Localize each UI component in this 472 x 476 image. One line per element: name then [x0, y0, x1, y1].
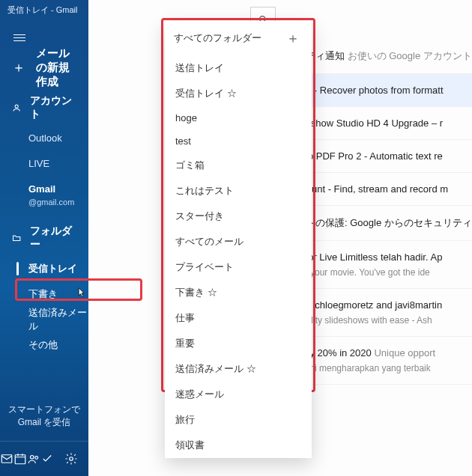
- todo-tab-button[interactable]: [40, 442, 54, 476]
- svg-rect-2: [15, 455, 25, 464]
- svg-rect-1: [1, 455, 12, 463]
- folder-popup-item[interactable]: プライベート: [165, 254, 312, 280]
- folder-popup-item[interactable]: ゴミ箱: [165, 153, 312, 178]
- folder-popup-item[interactable]: 下書き ☆: [165, 280, 312, 305]
- accounts-header-label: アカウント: [30, 94, 76, 121]
- folder-popup-item[interactable]: 受信トレイ ☆: [165, 81, 312, 106]
- account-name: LIVE: [28, 157, 76, 171]
- account-name: Outlook: [28, 132, 76, 145]
- folder-popup-item[interactable]: test: [165, 129, 312, 153]
- folder-popup-item[interactable]: 送信済みメール ☆: [165, 356, 312, 382]
- folder-popup-item[interactable]: これはテスト: [165, 178, 312, 204]
- folder-popup-item[interactable]: 領収書: [165, 433, 312, 458]
- account-sub: @gmail.com: [28, 197, 76, 208]
- svg-point-5: [70, 457, 73, 461]
- window-title: 受信トレイ - Gmail: [0, 0, 88, 19]
- folder-popup-item[interactable]: 重要: [165, 331, 312, 356]
- sidebar-folder-item[interactable]: 受信トレイ: [0, 256, 88, 281]
- folder-popup-item[interactable]: hoge: [165, 106, 312, 129]
- account-item[interactable]: Outlook: [0, 126, 88, 151]
- sidebar-folder-item[interactable]: その他: [0, 332, 88, 358]
- gear-icon: [64, 452, 78, 466]
- folders-header[interactable]: フォルダー: [0, 214, 88, 256]
- account-name: Gmail: [28, 183, 76, 196]
- sidebar-folder-item[interactable]: 下書き: [0, 281, 88, 307]
- folder-popup: すべてのフォルダー ＋ 送信トレイ受信トレイ ☆hogetestゴミ箱これはテス…: [165, 21, 312, 458]
- svg-point-0: [15, 105, 18, 108]
- folder-popup-item[interactable]: 旅行: [165, 407, 312, 433]
- sidebar: 受信トレイ - Gmail ＋ メールの新規作成 アカウント OutlookLI…: [0, 0, 88, 476]
- folder-popup-item[interactable]: 仕事: [165, 305, 312, 331]
- folders-header-label: フォルダー: [30, 225, 76, 251]
- plus-icon: ＋: [12, 58, 25, 76]
- folder-icon: [12, 233, 21, 243]
- mail-tab-button[interactable]: [0, 442, 13, 476]
- svg-point-4: [35, 457, 38, 460]
- add-folder-button[interactable]: ＋: [283, 28, 303, 48]
- hamburger-menu-button[interactable]: [0, 24, 30, 51]
- account-item[interactable]: Gmail@gmail.com: [0, 177, 88, 214]
- folder-popup-item[interactable]: 送信トレイ: [165, 55, 312, 81]
- compose-label: メールの新規作成: [36, 46, 76, 89]
- account-item[interactable]: LIVE: [0, 151, 88, 177]
- check-icon: [40, 452, 54, 466]
- hamburger-icon: [13, 33, 25, 42]
- compose-button[interactable]: ＋ メールの新規作成: [0, 51, 88, 84]
- settings-button[interactable]: [54, 442, 88, 476]
- sidebar-folder-item[interactable]: 送信済みメール: [0, 307, 88, 332]
- folder-popup-title: すべてのフォルダー: [174, 31, 261, 45]
- folder-popup-item[interactable]: スター付き: [165, 204, 312, 229]
- calendar-tab-button[interactable]: [13, 442, 27, 476]
- folder-popup-item[interactable]: 迷惑メール: [165, 382, 312, 407]
- accounts-header[interactable]: アカウント: [0, 84, 88, 126]
- people-icon: [27, 452, 40, 466]
- calendar-icon: [13, 452, 27, 466]
- person-icon: [12, 103, 21, 113]
- folder-popup-item[interactable]: すべてのメール: [165, 229, 312, 254]
- people-tab-button[interactable]: [27, 442, 40, 476]
- bottom-toolbar: [0, 441, 88, 476]
- promo-link[interactable]: スマートフォンで Gmail を受信: [0, 391, 88, 441]
- svg-point-3: [31, 456, 34, 460]
- mail-icon: [0, 452, 13, 466]
